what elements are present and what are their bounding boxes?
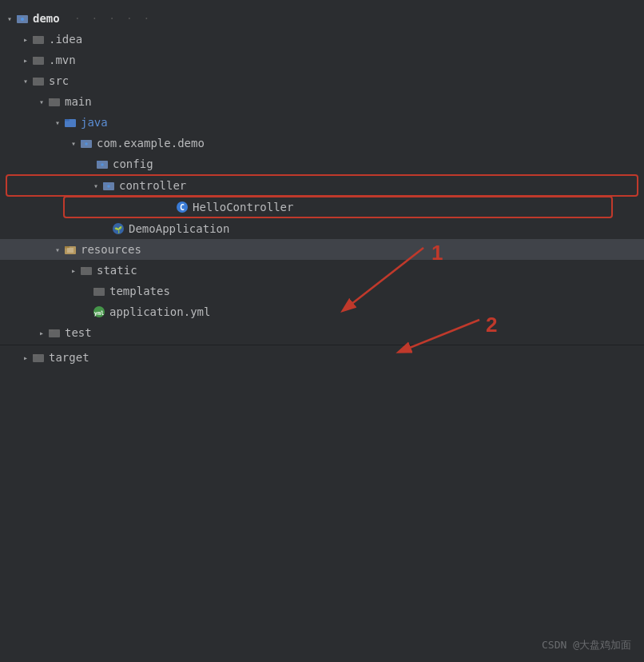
expand-arrow-target[interactable]: [19, 351, 32, 364]
tree-item-main[interactable]: main: [0, 91, 644, 112]
tree-item-label-java: java: [81, 116, 108, 129]
folder-icon-test: [48, 326, 61, 339]
folder-icon-idea: [32, 33, 45, 46]
tree-item-static[interactable]: static: [0, 260, 644, 281]
class-icon-hello: C: [176, 201, 189, 213]
tree-item-com-example[interactable]: com.example.demo: [0, 133, 644, 154]
folder-icon-target: [32, 351, 45, 364]
expand-arrow-mvn[interactable]: [19, 54, 32, 66]
svg-rect-20: [103, 182, 108, 185]
tree-item-label-demo: demo: [33, 12, 60, 25]
expand-arrow-java[interactable]: [51, 116, 64, 129]
folder-icon-config: [96, 158, 109, 170]
watermark: CSDN @大盘鸡加面: [542, 638, 631, 652]
svg-rect-17: [97, 161, 101, 163]
tree-item-controller[interactable]: controller: [6, 175, 638, 196]
tree-item-label-demo-app: DemoApplication: [129, 222, 229, 235]
svg-rect-34: [93, 288, 98, 290]
tree-item-test[interactable]: test: [0, 322, 644, 343]
tree-item-hello-controller[interactable]: C HelloController: [64, 197, 612, 217]
tree-item-label-templates: templates: [109, 285, 170, 297]
tree-item-label-config: config: [113, 158, 153, 170]
tree-item-src[interactable]: src: [0, 70, 644, 91]
tree-item-label-hello-controller: HelloController: [193, 201, 293, 213]
svg-rect-40: [33, 354, 38, 357]
tree-item-label-controller: controller: [119, 179, 186, 192]
svg-text:C: C: [180, 203, 185, 212]
expand-arrow-com-example[interactable]: [67, 137, 80, 150]
svg-rect-6: [33, 57, 38, 59]
tree-item-templates[interactable]: templates: [0, 281, 644, 301]
tree-item-label-test: test: [65, 326, 92, 339]
tree-item-label-static: static: [97, 264, 137, 277]
svg-rect-27: [65, 246, 70, 249]
expand-arrow-demo[interactable]: [3, 12, 16, 25]
tree-item-label-resources: resources: [81, 243, 141, 256]
class-icon-demo-app: 🌱: [112, 222, 125, 235]
folder-icon-main: [48, 95, 61, 108]
tree-item-mvn[interactable]: .mvn: [0, 50, 644, 70]
svg-point-18: [101, 163, 104, 166]
folder-icon-mvn: [32, 54, 45, 66]
tree-item-application-yml[interactable]: yml application.yml: [0, 301, 644, 322]
tree-item-target[interactable]: target: [0, 347, 644, 368]
svg-rect-12: [65, 119, 70, 122]
folder-icon-demo: [16, 12, 29, 25]
tree-item-label-idea: .idea: [49, 33, 82, 46]
tree-item-idea[interactable]: .idea: [0, 29, 644, 50]
divider: [0, 345, 644, 345]
svg-rect-32: [81, 267, 85, 269]
folder-icon-templates: [93, 285, 105, 297]
yaml-icon: yml: [93, 305, 105, 318]
expand-arrow-idea[interactable]: [19, 33, 32, 46]
file-tree: demo · · · · · .idea .mvn src: [0, 0, 644, 662]
tree-item-resources[interactable]: resources: [0, 239, 644, 260]
folder-icon-controller: [102, 179, 115, 192]
tree-item-label-mvn: .mvn: [49, 54, 76, 66]
tree-item-java[interactable]: java: [0, 112, 644, 133]
expand-arrow-src[interactable]: [19, 74, 32, 87]
folder-icon-static: [80, 264, 93, 277]
tree-item-label-src: src: [49, 74, 69, 87]
tree-item-label-com-example: com.example.demo: [97, 137, 205, 150]
expand-arrow-controller[interactable]: [89, 179, 102, 192]
folder-icon-com-example: [80, 137, 93, 150]
folder-icon-java: [64, 116, 77, 129]
svg-rect-4: [33, 36, 38, 38]
tree-item-label-yml: application.yml: [109, 305, 210, 318]
svg-point-21: [107, 185, 110, 188]
tree-item-label-main: main: [65, 95, 92, 108]
expand-arrow-static[interactable]: [67, 264, 80, 277]
svg-rect-14: [81, 140, 85, 142]
tree-item-demo[interactable]: demo · · · · ·: [0, 8, 644, 29]
svg-rect-8: [33, 78, 38, 80]
folder-icon-src: [32, 74, 45, 87]
svg-point-15: [85, 142, 88, 146]
tree-item-demo-app[interactable]: 🌱 DemoApplication: [0, 218, 644, 239]
expand-arrow-test[interactable]: [35, 326, 48, 339]
tree-item-label-target: target: [49, 351, 89, 364]
svg-text:🌱: 🌱: [114, 225, 122, 233]
svg-rect-38: [49, 329, 54, 332]
expand-arrow-main[interactable]: [35, 95, 48, 108]
svg-rect-1: [17, 15, 22, 18]
demo-suffix: · · · · ·: [63, 13, 149, 24]
expand-arrow-resources[interactable]: [51, 243, 64, 256]
svg-text:yml: yml: [94, 310, 105, 317]
svg-point-2: [21, 18, 24, 21]
tree-item-config[interactable]: config: [0, 154, 644, 174]
folder-icon-resources: [64, 243, 77, 256]
svg-rect-10: [49, 98, 54, 101]
